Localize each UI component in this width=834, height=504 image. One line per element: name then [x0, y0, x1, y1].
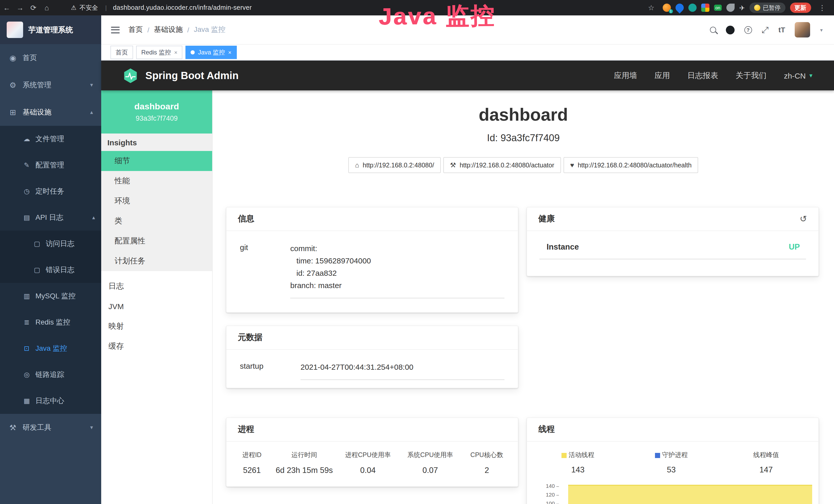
hamburger-icon[interactable] — [111, 26, 120, 33]
app-sidebar: 芋道管理系统 ◉ 首页 ⚙ 系统管理 ▾ ⊞ 基础设施 ▴ ☁ 文件管理 ✎ 配… — [0, 16, 101, 504]
sidebar-item-error-log[interactable]: ▢ 错误日志 — [0, 257, 101, 283]
breadcrumb-infra[interactable]: 基础设施 — [154, 25, 183, 35]
fullscreen-icon[interactable]: ⤢ — [762, 25, 768, 34]
tools-icon: ⚒ — [8, 423, 18, 432]
service-url-button[interactable]: ⌂ http://192.168.0.2:48080/ — [348, 157, 441, 173]
sba-item-classes[interactable]: 类 — [101, 211, 212, 231]
extension-icon[interactable]: 1 — [662, 4, 671, 12]
sidebar-item-api-log[interactable]: ▤ API 日志 ▴ — [0, 204, 101, 231]
help-icon[interactable]: ? — [744, 26, 752, 33]
chevron-up-icon: ▴ — [90, 109, 93, 116]
sidebar-item-devtools[interactable]: ⚒ 研发工具 ▾ — [0, 414, 101, 441]
sba-item-scheduled-tasks[interactable]: 计划任务 — [101, 251, 212, 271]
sidebar-item-job[interactable]: ◷ 定时任务 — [0, 178, 101, 204]
sidebar-item-trace[interactable]: ◎ 链路追踪 — [0, 362, 101, 388]
threads-card: 线程 活动线程 守护进程 线程峰值 143 53 147 140 — [527, 417, 819, 504]
reload-icon[interactable]: ⟳ — [27, 4, 40, 12]
locale-select[interactable]: zh-CN ▾ — [784, 71, 812, 80]
process-header-pid: 进程ID — [231, 451, 273, 460]
sidebar-item-log-center[interactable]: ▦ 日志中心 — [0, 388, 101, 414]
actuator-url-button[interactable]: ⚒ http://192.168.0.2:48080/actuator — [443, 157, 561, 173]
back-icon[interactable]: ← — [0, 4, 13, 12]
annotation-java-monitor: Java 监控 — [378, 0, 496, 33]
sba-item-jvm[interactable]: JVM — [101, 296, 212, 316]
sba-item-logs[interactable]: 日志 — [101, 276, 212, 296]
sba-item-caches[interactable]: 缓存 — [101, 336, 212, 357]
extension-icon[interactable] — [726, 4, 734, 12]
close-icon[interactable]: × — [228, 49, 232, 55]
sidebar-item-label: MySQL 监控 — [36, 292, 75, 301]
home-icon: ⌂ — [355, 161, 359, 169]
sba-nav-wallboard[interactable]: 应用墙 — [614, 71, 637, 81]
database-icon: ▥ — [23, 292, 31, 300]
sba-item-environment[interactable]: 环境 — [101, 191, 212, 211]
sidebar-item-infra[interactable]: ⊞ 基础设施 ▴ — [0, 98, 101, 126]
sidebar-item-label: Redis 监控 — [36, 318, 70, 327]
update-button[interactable]: 更新 — [790, 3, 811, 13]
heart-icon: ♥ — [570, 161, 574, 169]
sba-brand[interactable]: Spring Boot Admin — [146, 70, 239, 82]
breadcrumb-separator: / — [187, 26, 189, 33]
breadcrumb: 首页 / 基础设施 / Java 监控 — [128, 25, 225, 35]
legend-square-yellow — [562, 453, 567, 458]
sidebar-item-label: 错误日志 — [46, 265, 74, 274]
paused-badge[interactable]: 已暂停 — [749, 3, 785, 13]
history-icon[interactable]: ↺ — [800, 214, 807, 224]
metadata-key: startup — [240, 361, 301, 380]
sba-nav-about[interactable]: 关于我们 — [736, 71, 766, 81]
site-security-chip[interactable]: ⚠ 不安全 | — [71, 3, 107, 12]
search-icon[interactable] — [710, 27, 716, 33]
logo-avatar — [7, 22, 23, 38]
bookmark-star-icon[interactable]: ☆ — [644, 4, 658, 12]
extension-icon[interactable] — [701, 4, 709, 12]
sidebar-item-system[interactable]: ⚙ 系统管理 ▾ — [0, 71, 101, 98]
browser-home-icon[interactable]: ⌂ — [40, 4, 53, 12]
extension-icon[interactable] — [688, 4, 696, 12]
sidebar-item-label: 基础设施 — [23, 108, 51, 117]
github-icon[interactable] — [726, 25, 734, 34]
logs-icon: ▤ — [23, 214, 31, 221]
tab-redis-monitor[interactable]: Redis 监控 × — [136, 46, 183, 59]
sidebar-item-home[interactable]: ◉ 首页 — [0, 44, 101, 71]
y-axis-tick: 140 — [527, 483, 559, 489]
sidebar-item-file[interactable]: ☁ 文件管理 — [0, 126, 101, 152]
sidebar-item-label: 日志中心 — [36, 396, 64, 406]
process-card-title: 进程 — [226, 418, 518, 442]
user-avatar[interactable] — [795, 22, 810, 38]
sba-item-details[interactable]: 细节 — [101, 151, 212, 171]
monitor-icon: ⊡ — [23, 345, 31, 352]
sba-item-metrics[interactable]: 性能 — [101, 171, 212, 191]
legend-live-threads: 活动线程 — [531, 451, 625, 460]
sidebar-item-mysql[interactable]: ▥ MySQL 监控 — [0, 283, 101, 309]
sidebar-item-redis[interactable]: ≣ Redis 监控 — [0, 309, 101, 335]
sba-item-config-props[interactable]: 配置属性 — [101, 231, 212, 251]
extension-on-badge[interactable]: on — [714, 5, 722, 11]
sidebar-item-java-monitor[interactable]: ⊡ Java 监控 — [0, 335, 101, 362]
forward-icon[interactable]: → — [13, 4, 27, 12]
sidebar-item-config[interactable]: ✎ 配置管理 — [0, 152, 101, 178]
avatar-caret-icon[interactable]: ▾ — [820, 27, 823, 32]
close-icon[interactable]: × — [174, 49, 177, 55]
sidebar-item-label: API 日志 — [36, 213, 63, 222]
grid-icon: ▦ — [23, 397, 31, 405]
extension-icon[interactable]: ✈ — [739, 4, 745, 12]
y-axis-tick: 100 — [527, 500, 559, 504]
sba-item-mappings[interactable]: 映射 — [101, 316, 212, 336]
spring-boot-admin-logo-icon[interactable] — [122, 68, 139, 84]
address-url[interactable]: dashboard.yudao.iocoder.cn/infra/admin-s… — [113, 4, 252, 11]
breadcrumb-home[interactable]: 首页 — [128, 25, 143, 35]
sba-nav-applications[interactable]: 应用 — [655, 71, 670, 81]
extension-icon[interactable] — [674, 2, 685, 13]
browser-menu-icon[interactable]: ⋮ — [815, 4, 829, 12]
sba-nav-journal[interactable]: 日志报表 — [687, 71, 718, 81]
font-size-icon[interactable]: tT — [778, 26, 785, 34]
page-title: dashboard — [213, 105, 834, 125]
url-divider: | — [105, 4, 107, 11]
tab-java-monitor[interactable]: Java 监控 × — [186, 46, 237, 59]
sidebar-item-label: 研发工具 — [23, 423, 51, 432]
instance-links: ⌂ http://192.168.0.2:48080/ ⚒ http://192… — [213, 157, 834, 173]
tab-home[interactable]: 首页 — [110, 46, 133, 59]
health-url-button[interactable]: ♥ http://192.168.0.2:48080/actuator/heal… — [564, 157, 698, 173]
gear-icon: ⚙ — [8, 81, 18, 90]
sidebar-item-access-log[interactable]: ▢ 访问日志 — [0, 231, 101, 257]
